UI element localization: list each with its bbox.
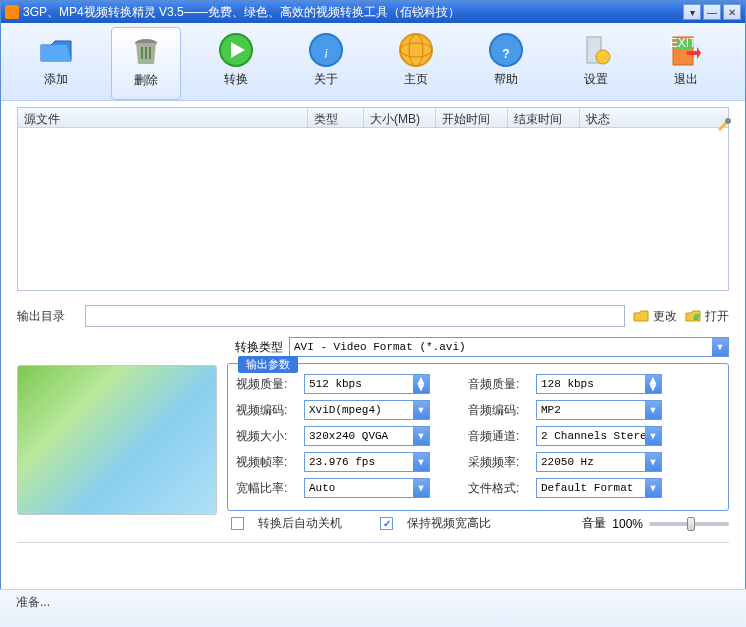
volume-value: 100% <box>612 517 643 531</box>
exit-label: 退出 <box>674 71 698 88</box>
convert-label: 转换 <box>224 71 248 88</box>
vfps-combo[interactable]: 23.976 fps▼ <box>304 452 430 472</box>
aspect-label: 宽幅比率: <box>236 480 296 497</box>
settings-label: 设置 <box>584 71 608 88</box>
window-title: 3GP、MP4视频转换精灵 V3.5——免费、绿色、高效的视频转换工具（佰锐科技… <box>23 4 681 21</box>
svg-point-17 <box>725 118 731 124</box>
close-button[interactable]: ✕ <box>723 4 741 20</box>
output-row: 输出目录 更改 打开 <box>17 305 729 327</box>
change-label: 更改 <box>653 308 677 325</box>
convtype-combo[interactable]: AVI - Video Format (*.avi) ▼ <box>289 337 729 357</box>
acodec-combo[interactable]: MP2▼ <box>536 400 662 420</box>
slider-thumb[interactable] <box>687 517 695 531</box>
svg-rect-3 <box>149 47 151 59</box>
add-button[interactable]: 添加 <box>21 27 91 100</box>
chevron-down-icon: ▼ <box>413 427 429 445</box>
about-button[interactable]: i 关于 <box>291 27 361 100</box>
fformat-combo[interactable]: Default Format▼ <box>536 478 662 498</box>
about-label: 关于 <box>314 71 338 88</box>
achan-label: 音频通道: <box>468 428 528 445</box>
vfps-label: 视频帧率: <box>236 454 296 471</box>
shutdown-checkbox[interactable] <box>231 517 244 530</box>
col-end[interactable]: 结束时间 <box>508 108 580 127</box>
gear-icon <box>577 31 615 69</box>
convtype-label: 转换类型 <box>227 339 283 356</box>
divider <box>17 542 729 543</box>
aquality-combo[interactable]: 128 kbps▲▼ <box>536 374 662 394</box>
fformat-label: 文件格式: <box>468 480 528 497</box>
home-label: 主页 <box>404 71 428 88</box>
chevron-down-icon: ▼ <box>645 479 661 497</box>
open-folder-icon <box>685 308 701 324</box>
status-text: 准备... <box>16 594 50 611</box>
settings-button[interactable]: 设置 <box>561 27 631 100</box>
vcodec-combo[interactable]: XviD(mpeg4)▼ <box>304 400 430 420</box>
output-path-input[interactable] <box>85 305 625 327</box>
delete-label: 删除 <box>134 72 158 89</box>
play-icon <box>217 31 255 69</box>
globe-icon <box>397 31 435 69</box>
open-label: 打开 <box>705 308 729 325</box>
preview-image <box>17 365 217 515</box>
vcodec-label: 视频编码: <box>236 402 296 419</box>
keepratio-checkbox[interactable] <box>380 517 393 530</box>
aquality-label: 音频质量: <box>468 376 528 393</box>
output-params-group: 输出参数 视频质量: 512 kbps▲▼ 音频质量: 128 kbps▲▼ 视… <box>227 363 729 511</box>
vquality-label: 视频质量: <box>236 376 296 393</box>
achan-combo[interactable]: 2 Channels Stere▼ <box>536 426 662 446</box>
col-type[interactable]: 类型 <box>308 108 364 127</box>
convert-button[interactable]: 转换 <box>201 27 271 100</box>
folder-icon <box>633 308 649 324</box>
col-source[interactable]: 源文件 <box>18 108 308 127</box>
exit-icon: EXIT <box>667 31 705 69</box>
chevron-down-icon: ▼ <box>712 338 728 356</box>
srate-combo[interactable]: 22050 Hz▼ <box>536 452 662 472</box>
change-button[interactable]: 更改 <box>633 308 677 325</box>
chevron-down-icon: ▼ <box>645 401 661 419</box>
folder-add-icon <box>37 31 75 69</box>
vquality-combo[interactable]: 512 kbps▲▼ <box>304 374 430 394</box>
toolbar: 添加 删除 转换 i 关于 主页 ? 帮助 设置 EXIT 退出 <box>1 23 745 101</box>
output-label: 输出目录 <box>17 308 77 325</box>
trash-icon <box>127 32 165 70</box>
list-tool-icon[interactable] <box>715 115 733 133</box>
question-icon: ? <box>487 31 525 69</box>
svg-rect-2 <box>145 47 147 59</box>
col-size[interactable]: 大小(MB) <box>364 108 436 127</box>
delete-button[interactable]: 删除 <box>111 27 181 100</box>
shutdown-label: 转换后自动关机 <box>258 515 342 532</box>
vsize-label: 视频大小: <box>236 428 296 445</box>
svg-text:?: ? <box>502 47 509 61</box>
col-status[interactable]: 状态 <box>580 108 728 127</box>
minimize-button[interactable]: — <box>703 4 721 20</box>
vsize-combo[interactable]: 320x240 QVGA▼ <box>304 426 430 446</box>
status-bar: 准备... <box>0 589 746 627</box>
chevron-down-icon: ▼ <box>413 401 429 419</box>
file-list-header: 源文件 类型 大小(MB) 开始时间 结束时间 状态 <box>18 108 728 128</box>
col-start[interactable]: 开始时间 <box>436 108 508 127</box>
volume-slider[interactable] <box>649 522 729 526</box>
chevron-down-icon: ▼ <box>645 453 661 471</box>
svg-text:EXIT: EXIT <box>670 36 697 50</box>
svg-point-13 <box>596 50 610 64</box>
file-list[interactable]: 源文件 类型 大小(MB) 开始时间 结束时间 状态 <box>17 107 729 291</box>
svg-point-7 <box>400 34 432 66</box>
spinner-icon: ▲▼ <box>413 375 429 393</box>
home-button[interactable]: 主页 <box>381 27 451 100</box>
titlebar: 3GP、MP4视频转换精灵 V3.5——免费、绿色、高效的视频转换工具（佰锐科技… <box>1 1 745 23</box>
add-label: 添加 <box>44 71 68 88</box>
srate-label: 采频频率: <box>468 454 528 471</box>
keepratio-label: 保持视频宽高比 <box>407 515 491 532</box>
params-legend: 输出参数 <box>238 356 298 373</box>
exit-button[interactable]: EXIT 退出 <box>651 27 721 100</box>
help-label: 帮助 <box>494 71 518 88</box>
open-button[interactable]: 打开 <box>685 308 729 325</box>
chevron-down-icon: ▼ <box>413 453 429 471</box>
volume-label: 音量 <box>582 515 606 532</box>
restore-down-button[interactable]: ▾ <box>683 4 701 20</box>
help-button[interactable]: ? 帮助 <box>471 27 541 100</box>
aspect-combo[interactable]: Auto▼ <box>304 478 430 498</box>
spinner-icon: ▲▼ <box>645 375 661 393</box>
convtype-value: AVI - Video Format (*.avi) <box>290 341 712 353</box>
chevron-down-icon: ▼ <box>645 427 661 445</box>
